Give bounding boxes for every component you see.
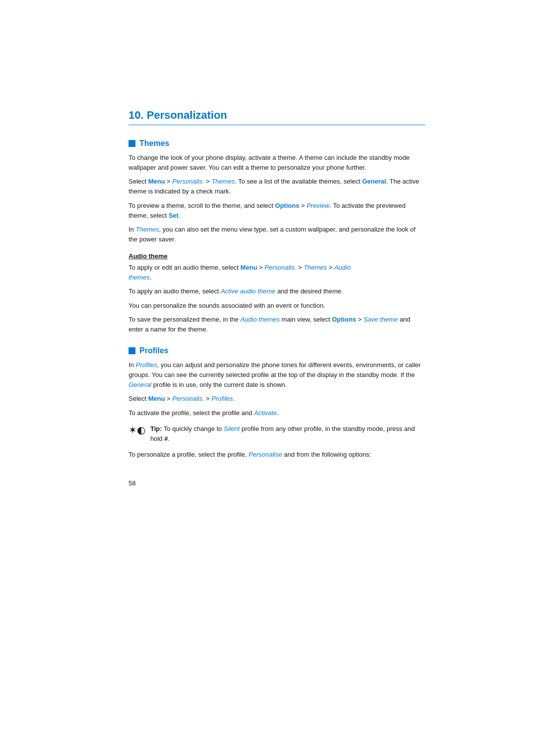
- tip-icon: ✶◐: [129, 424, 145, 436]
- themes-section-title: Themes: [139, 139, 169, 148]
- themes-p1: To change the look of your phone display…: [129, 153, 425, 173]
- themes-link-1: Themes: [212, 178, 235, 185]
- menu-link-3: Menu: [148, 395, 165, 402]
- options-link-2: Options: [332, 316, 356, 323]
- audio-p3: You can personalize the sounds associate…: [129, 301, 425, 311]
- themes-link-2: Themes: [135, 226, 159, 233]
- set-link: Set: [169, 212, 178, 219]
- profiles-link-1: Profiles: [135, 361, 157, 369]
- activate-link: Activate: [254, 409, 277, 417]
- general-link: General: [362, 178, 386, 185]
- silent-link: Silent: [223, 425, 240, 432]
- personalis-link-2: Personalis.: [265, 264, 296, 271]
- profiles-p3: To activate the profile, select the prof…: [129, 408, 425, 418]
- profiles-p2: Select Menu > Personalis. > Profiles.: [129, 394, 425, 404]
- options-link-1: Options: [275, 202, 299, 209]
- save-theme-link: Save theme: [363, 316, 398, 323]
- profiles-section-icon: [129, 347, 135, 354]
- preview-link: Preview: [307, 202, 329, 209]
- profiles-section-header: Profiles: [129, 346, 425, 355]
- tip-text: Tip: To quickly change to Silent profile…: [150, 424, 425, 444]
- themes-p4: In Themes, you can also set the menu vie…: [129, 225, 425, 244]
- audio-theme-subsection: Audio theme To apply or edit an audio th…: [129, 252, 425, 334]
- tip-box: ✶◐ Tip: To quickly change to Silent prof…: [129, 424, 425, 444]
- personalise-link: Personalise: [249, 451, 282, 458]
- page-content: 10. Personalization Themes To change the…: [79, 0, 455, 526]
- profiles-p4: To personalize a profile, select the pro…: [129, 450, 425, 460]
- hash-key: #: [164, 435, 168, 442]
- audio-theme-title: Audio theme: [129, 252, 425, 260]
- profiles-section-title: Profiles: [139, 346, 169, 355]
- themes-section: Themes To change the look of your phone …: [129, 139, 425, 334]
- audio-p2: To apply an audio theme, select Active a…: [129, 286, 425, 296]
- chapter-title: 10. Personalization: [129, 109, 425, 122]
- tip-label: Tip:: [150, 425, 162, 432]
- chapter-divider: [129, 125, 425, 125]
- menu-link-1: Menu: [148, 178, 165, 185]
- profiles-section: Profiles In Profiles, you can adjust and…: [129, 346, 425, 460]
- audio-themes-link-2: Audio themes: [240, 316, 280, 323]
- page-number: 58: [129, 479, 425, 487]
- personalis-link-1: Personalis.: [173, 178, 204, 185]
- themes-link-3: Themes: [304, 264, 327, 271]
- menu-link-2: Menu: [240, 264, 257, 271]
- general-profile-link: General: [129, 381, 151, 388]
- audio-p1: To apply or edit an audio theme, select …: [129, 263, 425, 283]
- profiles-link-2: Profiles: [212, 395, 233, 402]
- themes-p3: To preview a theme, scroll to the theme,…: [129, 201, 425, 221]
- themes-section-icon: [129, 140, 135, 147]
- personalis-link-3: Personalis.: [173, 395, 204, 402]
- themes-section-header: Themes: [129, 139, 425, 148]
- profiles-p1: In Profiles, you can adjust and personal…: [129, 360, 425, 390]
- active-audio-link: Active audio theme: [221, 287, 275, 295]
- audio-p4: To save the personalized theme, in the A…: [129, 315, 425, 334]
- themes-p2: Select Menu > Personalis. > Themes. To s…: [129, 177, 425, 196]
